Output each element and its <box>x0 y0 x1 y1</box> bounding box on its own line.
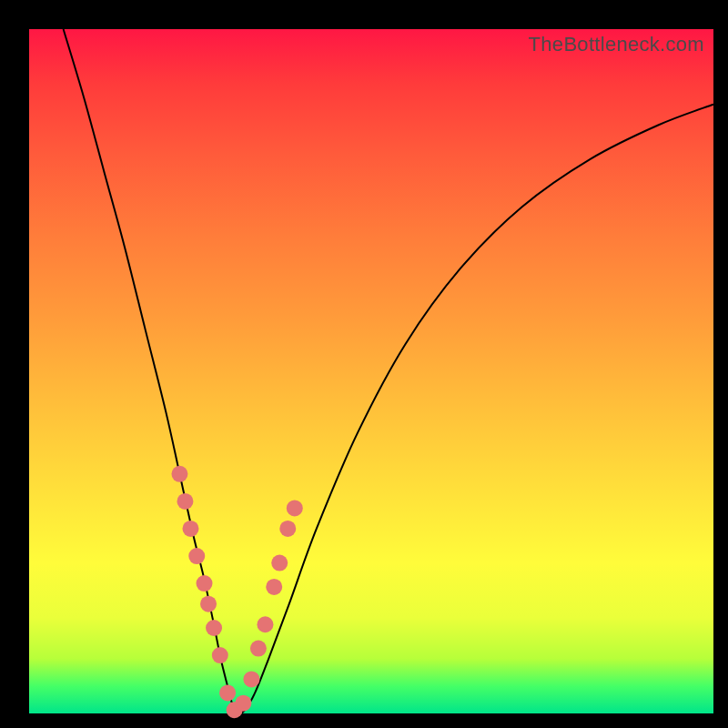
highlight-dot <box>243 671 259 687</box>
highlight-dot <box>206 620 222 636</box>
highlight-dot <box>235 695 251 712</box>
highlight-dot <box>197 575 213 592</box>
highlight-dot <box>271 555 288 571</box>
plot-area: TheBottleneck.com <box>29 29 713 713</box>
curve-layer <box>29 29 713 713</box>
highlight-dots <box>171 466 302 718</box>
highlight-dot <box>212 647 228 663</box>
highlight-dot <box>200 596 217 612</box>
highlight-dot <box>182 521 198 537</box>
highlight-dot <box>279 521 296 537</box>
chart-stage: TheBottleneck.com <box>0 0 728 728</box>
highlight-dot <box>188 548 205 564</box>
highlight-dot <box>257 616 273 632</box>
highlight-dot <box>177 493 193 510</box>
highlight-dot <box>287 500 303 516</box>
highlight-dot <box>266 579 282 595</box>
bottleneck-curve <box>64 29 713 713</box>
highlight-dot <box>171 466 187 482</box>
highlight-dot <box>250 641 267 657</box>
highlight-dot <box>219 684 236 701</box>
